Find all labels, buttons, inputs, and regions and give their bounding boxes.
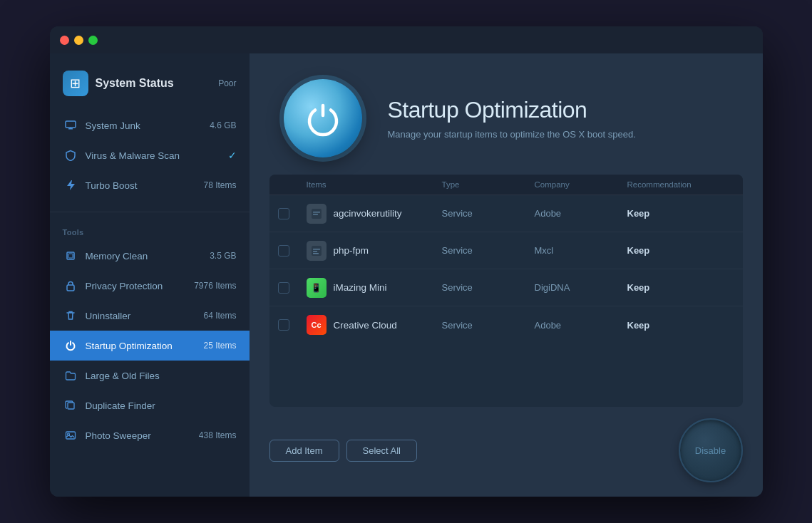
status-badge: Poor	[218, 78, 236, 88]
shield-icon	[63, 147, 78, 163]
row-recommendation: Keep	[627, 282, 734, 293]
sidebar-item-large-old-files[interactable]: Large & Old Files	[50, 361, 250, 390]
action-buttons: Add Item Select All	[269, 440, 418, 462]
folder-icon	[63, 368, 78, 383]
svg-rect-10	[313, 212, 320, 213]
sidebar-header: ⊞ System Status Poor	[50, 65, 250, 110]
main-content: Startup Optimization Manage your startup…	[250, 53, 763, 497]
sidebar-item-label: Uninstaller	[86, 311, 204, 321]
svg-rect-15	[313, 253, 319, 254]
sidebar-item-system-junk[interactable]: System Junk 4.6 GB	[50, 110, 250, 140]
svg-rect-0	[66, 121, 76, 128]
sidebar-item-label: Virus & Malware Scan	[86, 150, 228, 161]
startup-items-table: Items Type Company Recommendation agcinv…	[269, 175, 743, 407]
disable-button[interactable]: Disable	[679, 418, 743, 482]
divider	[50, 212, 250, 212]
row-checkbox[interactable]	[278, 319, 289, 331]
row-type: Service	[442, 208, 535, 219]
table-row: agcinvokerutility Service Adobe Keep	[269, 195, 743, 232]
bottom-area: Add Item Select All Disable	[250, 407, 763, 497]
sidebar-item-badge: 3.5 GB	[210, 251, 236, 261]
traffic-lights	[60, 36, 98, 45]
row-item-cell: Cc Creative Cloud	[307, 315, 442, 335]
sidebar-item-label: Turbo Boost	[86, 180, 204, 191]
svg-rect-14	[313, 251, 317, 252]
sidebar-item-turbo-boost[interactable]: Turbo Boost 78 Items	[50, 170, 250, 200]
row-recommendation: Keep	[627, 320, 734, 331]
row-checkbox[interactable]	[278, 245, 289, 257]
row-item-cell: php-fpm	[307, 241, 442, 261]
monitor-icon	[63, 118, 78, 133]
row-company: DigiDNA	[535, 282, 627, 293]
sidebar-top-section: System Junk 4.6 GB Virus & Malware Scan …	[50, 110, 250, 206]
sidebar-item-startup-optimization[interactable]: Startup Optimization 25 Items	[50, 331, 250, 361]
app-icon: ⊞	[63, 71, 88, 96]
header-type: Type	[442, 180, 535, 189]
titlebar	[50, 26, 763, 53]
row-name: php-fpm	[334, 245, 369, 256]
add-item-button[interactable]: Add Item	[269, 440, 339, 462]
row-checkbox[interactable]	[278, 282, 289, 294]
feature-text: Startup Optimization Manage your startup…	[388, 97, 636, 140]
header-recommendation: Recommendation	[627, 180, 734, 189]
sidebar-item-badge: 78 Items	[203, 180, 236, 190]
sidebar-item-uninstaller[interactable]: Uninstaller 64 Items	[50, 301, 250, 331]
header-company: Company	[535, 180, 627, 189]
row-type: Service	[442, 320, 535, 331]
close-button[interactable]	[60, 36, 69, 45]
bolt-icon	[63, 177, 78, 193]
table-header: Items Type Company Recommendation	[269, 175, 743, 195]
svg-rect-7	[66, 432, 75, 439]
row-company: Mxcl	[535, 245, 627, 256]
sidebar-item-badge: ✓	[228, 150, 237, 161]
sidebar-item-badge: 7976 Items	[194, 281, 236, 291]
sidebar-item-label: Photo Sweeper	[86, 430, 199, 441]
trash-icon	[63, 308, 78, 323]
feature-title: Startup Optimization	[388, 97, 636, 123]
sidebar-item-label: System Junk	[86, 120, 210, 131]
photo-icon	[63, 428, 78, 443]
sidebar-item-label: Large & Old Files	[86, 371, 237, 381]
sidebar-header-left: ⊞ System Status	[63, 71, 174, 96]
sidebar-item-privacy-protection[interactable]: Privacy Protection 7976 Items	[50, 271, 250, 301]
sidebar-title: System Status	[96, 77, 174, 90]
lock-icon	[63, 278, 78, 294]
row-company: Adobe	[535, 208, 627, 219]
app-window: ⊞ System Status Poor System Junk 4.6 GB	[50, 26, 763, 497]
svg-rect-1	[68, 128, 73, 130]
row-company: Adobe	[535, 320, 627, 331]
app-icon-agcinvoke	[307, 204, 327, 224]
table-row: php-fpm Service Mxcl Keep	[269, 232, 743, 269]
feature-icon	[284, 79, 362, 157]
sidebar-item-badge: 25 Items	[203, 341, 236, 351]
sidebar-item-memory-clean[interactable]: Memory Clean 3.5 GB	[50, 241, 250, 271]
select-all-button[interactable]: Select All	[346, 440, 417, 462]
sidebar-item-duplicate-finder[interactable]: Duplicate Finder	[50, 390, 250, 420]
row-item-cell: agcinvokerutility	[307, 204, 442, 224]
sidebar-item-badge: 4.6 GB	[210, 120, 236, 130]
app-icon-php	[307, 241, 327, 261]
app-icon-cc: Cc	[307, 315, 327, 335]
sidebar-item-label: Privacy Protection	[86, 281, 195, 291]
fullscreen-button[interactable]	[88, 36, 98, 45]
app-body: ⊞ System Status Poor System Junk 4.6 GB	[50, 53, 763, 497]
svg-rect-6	[68, 403, 74, 409]
sidebar: ⊞ System Status Poor System Junk 4.6 GB	[50, 53, 250, 497]
sidebar-item-photo-sweeper[interactable]: Photo Sweeper 438 Items	[50, 420, 250, 450]
row-name: agcinvokerutility	[334, 208, 402, 219]
main-header: Startup Optimization Manage your startup…	[250, 53, 763, 175]
row-name: iMazing Mini	[334, 282, 387, 293]
svg-rect-11	[313, 214, 318, 215]
minimize-button[interactable]	[74, 36, 83, 45]
power-icon	[63, 338, 78, 353]
svg-rect-4	[68, 254, 73, 258]
sidebar-item-label: Memory Clean	[86, 251, 210, 262]
svg-rect-5	[67, 285, 74, 291]
row-recommendation: Keep	[627, 245, 734, 256]
row-checkbox[interactable]	[278, 208, 289, 219]
row-type: Service	[442, 282, 535, 293]
feature-description: Manage your startup items to optimize th…	[388, 129, 636, 140]
header-checkbox	[278, 180, 307, 189]
header-items: Items	[307, 180, 442, 189]
sidebar-item-virus-malware[interactable]: Virus & Malware Scan ✓	[50, 140, 250, 170]
